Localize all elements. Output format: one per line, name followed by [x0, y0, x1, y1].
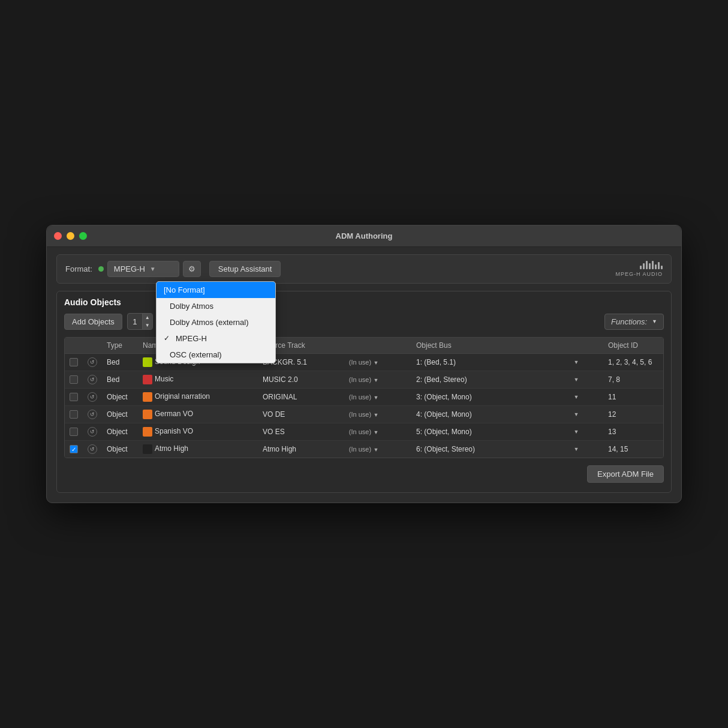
add-objects-button[interactable]: Add Objects: [64, 314, 122, 330]
gear-settings-button[interactable]: ⚙: [183, 261, 201, 277]
object-bus-dropdown-arrow[interactable]: ▼: [569, 441, 603, 458]
edit-icon[interactable]: ↺: [88, 444, 97, 454]
object-bus-cell: 2: (Bed, Stereo): [411, 371, 569, 389]
format-selected-value: MPEG-H: [114, 264, 145, 273]
object-bus-dropdown-arrow[interactable]: ▼: [569, 354, 603, 371]
object-bus-cell: 6: (Object, Stereo): [411, 441, 569, 458]
dropdown-item-dolby-atmos[interactable]: Dolby Atmos: [157, 298, 275, 314]
object-bus-cell: 1: (Bed, 5.1): [411, 354, 569, 371]
row-checkbox[interactable]: ✓: [70, 445, 78, 453]
header-type: Type: [102, 338, 138, 354]
edit-icon[interactable]: ↺: [88, 410, 97, 419]
table-row: ↺ObjectOriginal narrationORIGINAL(In use…: [65, 389, 663, 406]
color-swatch: [143, 444, 152, 454]
format-dropdown-button[interactable]: MPEG-H ▼: [107, 261, 179, 277]
minimize-button[interactable]: [67, 232, 74, 240]
object-bus-dropdown-arrow[interactable]: ▼: [569, 371, 603, 389]
source-track-dropdown-arrow[interactable]: ▼: [373, 395, 378, 401]
row-checkbox[interactable]: [70, 428, 78, 436]
edit-icon[interactable]: ↺: [88, 357, 97, 367]
in-use-cell: (In use) ▼: [344, 441, 411, 458]
name-cell: German VO: [138, 406, 258, 423]
source-track-dropdown-arrow[interactable]: ▼: [373, 447, 378, 453]
objects-count-stepper[interactable]: 1 ▲ ▼: [127, 313, 153, 330]
setup-assistant-button[interactable]: Setup Assistant: [209, 261, 281, 277]
color-swatch: [143, 357, 152, 367]
object-bus-dropdown-arrow[interactable]: ▼: [569, 406, 603, 423]
table-row: ✓↺ObjectAtmo HighAtmo High(In use) ▼6: (…: [65, 441, 663, 458]
object-id-cell: 7, 8: [603, 371, 663, 389]
color-swatch: [143, 410, 152, 419]
chevron-down-icon: ▼: [652, 318, 657, 324]
header-source-track: Source Track: [258, 338, 411, 354]
audio-objects-section: Audio Objects Add Objects 1 ▲ ▼ Add Bed …: [56, 291, 672, 493]
edit-icon[interactable]: ↺: [88, 427, 97, 437]
name-cell: Spanish VO: [138, 423, 258, 441]
header-edit-col: [83, 338, 102, 354]
adm-authoring-window: ADM Authoring Format: MPEG-H ▼ ⚙ Setup A…: [46, 225, 682, 503]
dropdown-item-no-format[interactable]: [No Format]: [157, 282, 275, 298]
row-checkbox[interactable]: [70, 393, 78, 401]
gear-icon: ⚙: [188, 264, 195, 273]
in-use-cell: (In use) ▼: [344, 423, 411, 441]
source-track-dropdown-arrow[interactable]: ▼: [373, 360, 378, 366]
name-cell: Atmo High: [138, 441, 258, 458]
name-cell: Original narration: [138, 389, 258, 406]
object-id-cell: 11: [603, 389, 663, 406]
table-row: ↺BedSound DesignBACKGR. 5.1(In use) ▼1: …: [65, 354, 663, 371]
object-bus-cell: 5: (Object, Mono): [411, 423, 569, 441]
object-bus-cell: 3: (Object, Mono): [411, 389, 569, 406]
close-button[interactable]: [54, 232, 62, 240]
table-header-row: Type Name Source Track Object Bus Object…: [65, 338, 663, 354]
table-row: ↺BedMusicMUSIC 2.0(In use) ▼2: (Bed, Ste…: [65, 371, 663, 389]
header-checkbox-col: [65, 338, 83, 354]
object-bus-cell: 4: (Object, Mono): [411, 406, 569, 423]
stepper-value: 1: [128, 315, 142, 329]
titlebar: ADM Authoring: [47, 225, 681, 247]
in-use-cell: (In use) ▼: [344, 389, 411, 406]
edit-icon[interactable]: ↺: [88, 375, 97, 384]
stepper-down-arrow[interactable]: ▼: [143, 321, 152, 329]
mpeg-h-bars-icon: [640, 261, 663, 269]
source-track-dropdown-arrow[interactable]: ▼: [373, 377, 378, 383]
in-use-cell: (In use) ▼: [344, 354, 411, 371]
dropdown-item-mpeg-h[interactable]: MPEG-H: [157, 330, 275, 347]
dropdown-item-osc-external[interactable]: OSC (external): [157, 347, 275, 363]
in-use-cell: (In use) ▼: [344, 406, 411, 423]
stepper-up-arrow[interactable]: ▲: [143, 314, 152, 321]
table-row: ↺ObjectGerman VOVO DE(In use) ▼4: (Objec…: [65, 406, 663, 423]
color-swatch: [143, 427, 152, 437]
format-status-dot: [98, 266, 104, 272]
source-track-dropdown-arrow[interactable]: ▼: [373, 412, 378, 418]
object-bus-dropdown-arrow[interactable]: ▼: [569, 423, 603, 441]
window-body: Format: MPEG-H ▼ ⚙ Setup Assistant: [47, 247, 681, 503]
row-checkbox[interactable]: [70, 410, 78, 419]
edit-icon[interactable]: ↺: [88, 392, 97, 402]
mpeg-h-label: MPEG-H AUDIO: [615, 271, 663, 277]
object-id-cell: 14, 15: [603, 441, 663, 458]
audio-objects-title: Audio Objects: [64, 297, 664, 307]
color-swatch: [143, 375, 152, 384]
format-dropdown-menu: [No Format] Dolby Atmos Dolby Atmos (ext…: [156, 281, 276, 363]
row-checkbox[interactable]: [70, 375, 78, 384]
export-adm-file-button[interactable]: Export ADM File: [587, 465, 664, 483]
functions-dropdown-button[interactable]: Functions: ▼: [604, 314, 664, 330]
type-cell: Bed: [102, 371, 138, 389]
type-cell: Object: [102, 423, 138, 441]
object-bus-dropdown-arrow[interactable]: ▼: [569, 389, 603, 406]
table-row: ↺ObjectSpanish VOVO ES(In use) ▼5: (Obje…: [65, 423, 663, 441]
format-label: Format:: [65, 264, 92, 273]
stepper-arrows: ▲ ▼: [142, 314, 152, 329]
window-title: ADM Authoring: [336, 231, 393, 240]
export-bar: Export ADM File: [64, 465, 664, 483]
source-track-cell: ORIGINAL: [258, 389, 344, 406]
color-swatch: [143, 392, 152, 402]
window-controls: [54, 232, 87, 240]
source-track-cell: MUSIC 2.0: [258, 371, 344, 389]
mpeg-h-logo: MPEG-H AUDIO: [615, 261, 663, 277]
object-id-cell: 1, 2, 3, 4, 5, 6: [603, 354, 663, 371]
maximize-button[interactable]: [79, 232, 87, 240]
row-checkbox[interactable]: [70, 358, 78, 366]
dropdown-item-dolby-atmos-external[interactable]: Dolby Atmos (external): [157, 314, 275, 330]
source-track-dropdown-arrow[interactable]: ▼: [373, 429, 378, 435]
